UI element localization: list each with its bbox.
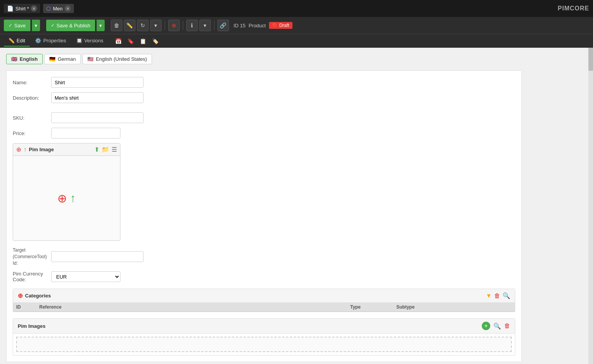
price-row: Price: ▲ ▼	[13, 128, 515, 139]
separator-2	[183, 21, 183, 30]
sku-row: SKU:	[13, 112, 515, 123]
second-toolbar: ✏️ Edit ⚙️ Properties 🔲 Versions 📅 🔖 📋 🏷…	[0, 34, 593, 48]
de-flag: 🇩🇪	[49, 56, 55, 62]
col-header-actions2	[466, 304, 489, 310]
description-label: Description:	[13, 95, 51, 101]
more-dropdown-button[interactable]: ▾	[150, 20, 162, 31]
currency-row: Pim Currency Code: EUR USD GBP	[13, 271, 515, 282]
lang-english-us-label: English (United States)	[96, 56, 147, 62]
col-header-ref: Reference	[39, 304, 350, 310]
draft-label: Draft	[279, 23, 289, 28]
target-button[interactable]: ⊕	[168, 20, 180, 31]
save-publish-dropdown-button[interactable]: ▾	[97, 20, 105, 31]
categories-search-btn[interactable]: 🔍	[503, 292, 510, 299]
refresh-button[interactable]: ↻	[137, 20, 149, 31]
pim-images-title: Pim Images	[18, 323, 479, 329]
description-input[interactable]	[51, 92, 144, 103]
tab-shirt-label: Shirt *	[15, 6, 29, 12]
scrollbar-thumb[interactable]	[588, 48, 593, 71]
cube-icon: ⬡	[46, 5, 51, 12]
sku-label: SKU:	[13, 115, 51, 121]
sku-input[interactable]	[51, 112, 144, 123]
image-section: ⊕ ↑ Pim Image ⬆ 📁 ☰ ⊕ ↑	[13, 143, 120, 241]
name-label: Name:	[13, 80, 51, 85]
us-flag: 🇺🇸	[87, 56, 94, 62]
categories-filter-btn[interactable]: ▼	[486, 292, 492, 299]
categories-header: ⊕ Categories ▼ 🗑 🔍	[13, 289, 515, 303]
pimcore-logo: PIMCORE	[558, 5, 589, 12]
target-row: Target (CommerceTool) Id:	[13, 247, 515, 266]
tab-properties[interactable]: ⚙️ Properties	[30, 35, 70, 47]
save-publish-check-icon: ✓	[51, 23, 55, 28]
language-tabs: 🇬🇧 English 🇩🇪 German 🇺🇸 English (United …	[6, 54, 587, 64]
pim-images-delete-btn[interactable]: 🗑	[504, 322, 510, 329]
price-input[interactable]	[52, 128, 120, 138]
tab-men[interactable]: ⬡ Men ✕	[43, 4, 73, 13]
price-input-wrapper: ▲ ▼	[51, 128, 120, 139]
pim-images-search-btn[interactable]: 🔍	[493, 322, 501, 330]
calendar-icon-btn[interactable]: 📅	[113, 35, 124, 47]
image-upload-icon-header: ↑	[23, 146, 27, 153]
bookmark-icon-btn[interactable]: 🔖	[125, 35, 137, 47]
lang-tab-english-us[interactable]: 🇺🇸 English (United States)	[82, 54, 152, 64]
categories-section: ⊕ Categories ▼ 🗑 🔍 ID Reference Type Sub…	[13, 289, 515, 312]
description-row: Description:	[13, 92, 515, 103]
tab-shirt[interactable]: 📄 Shirt * ✕	[4, 4, 40, 13]
tab-men-close[interactable]: ✕	[65, 5, 71, 12]
delete-button[interactable]: 🗑	[111, 20, 122, 31]
col-header-type: Type	[350, 304, 396, 310]
versions-tab-icon: 🔲	[76, 38, 82, 43]
col-header-id: ID	[16, 304, 39, 310]
lang-tab-german[interactable]: 🇩🇪 German	[44, 54, 81, 64]
edit-icon-button[interactable]: ✏️	[124, 20, 135, 31]
edit-tab-icon: ✏️	[8, 38, 15, 43]
pim-images-add-btn[interactable]: +	[482, 322, 490, 330]
image-area-target-icon: ⊕	[57, 192, 67, 205]
pim-images-header: Pim Images + 🔍 🗑	[13, 319, 515, 334]
categories-delete-btn[interactable]: 🗑	[494, 292, 500, 299]
pim-images-drop-area[interactable]	[16, 337, 512, 352]
target-input[interactable]	[51, 251, 144, 262]
save-dropdown-button[interactable]: ▾	[32, 20, 40, 31]
pim-images-section: Pim Images + 🔍 🗑	[13, 318, 515, 356]
info-button[interactable]: ℹ	[186, 20, 198, 31]
separator-1	[165, 21, 165, 30]
tab-versions[interactable]: 🔲 Versions	[72, 35, 108, 47]
properties-tab-icon: ⚙️	[35, 38, 41, 43]
image-upload-btn[interactable]: ⬆	[94, 146, 99, 153]
tab-shirt-close[interactable]: ✕	[31, 5, 37, 12]
target-label: Target (CommerceTool) Id:	[13, 247, 51, 266]
main-content: 🇬🇧 English 🇩🇪 German 🇺🇸 English (United …	[0, 48, 593, 364]
lang-english-label: English	[20, 56, 38, 62]
col-header-actions3	[489, 304, 512, 310]
draft-badge: 🔴 Draft	[269, 22, 292, 29]
price-label: Price:	[13, 130, 51, 136]
image-folder-btn[interactable]: 📁	[102, 146, 109, 153]
id-label: ID 15	[234, 23, 246, 28]
image-area-upload-icon: ↑	[70, 192, 76, 205]
save-button[interactable]: ✓ Save	[4, 20, 30, 31]
image-drop-area[interactable]: ⊕ ↑	[13, 156, 120, 240]
categories-table-header: ID Reference Type Subtype	[13, 303, 515, 312]
lang-tab-english[interactable]: 🇬🇧 English	[6, 54, 43, 64]
tab-edit[interactable]: ✏️ Edit	[4, 35, 30, 47]
image-target-icon: ⊕	[16, 146, 21, 153]
uk-flag: 🇬🇧	[11, 56, 17, 62]
image-menu-btn[interactable]: ☰	[112, 146, 117, 153]
share-button[interactable]: 🔗	[217, 20, 229, 31]
tag-icon-btn[interactable]: 🏷️	[150, 35, 161, 47]
image-header: ⊕ ↑ Pim Image ⬆ 📁 ☰	[13, 144, 120, 156]
lang-german-label: German	[58, 56, 76, 62]
currency-select[interactable]: EUR USD GBP	[51, 271, 120, 282]
scrollbar-track[interactable]	[588, 48, 593, 364]
save-publish-button[interactable]: ✓ Save & Publish	[46, 20, 95, 31]
draft-icon: 🔴	[272, 23, 278, 28]
form-container: Name: Description: SKU: Price: ▲ ▼	[6, 70, 522, 362]
separator-3	[214, 21, 214, 30]
col-header-subtype: Subtype	[396, 304, 443, 310]
calendar2-icon-btn[interactable]: 📋	[137, 35, 149, 47]
name-input[interactable]	[51, 77, 144, 88]
product-label: Product	[249, 23, 266, 28]
document-icon: 📄	[7, 5, 13, 12]
info-dropdown-button[interactable]: ▾	[199, 20, 211, 31]
